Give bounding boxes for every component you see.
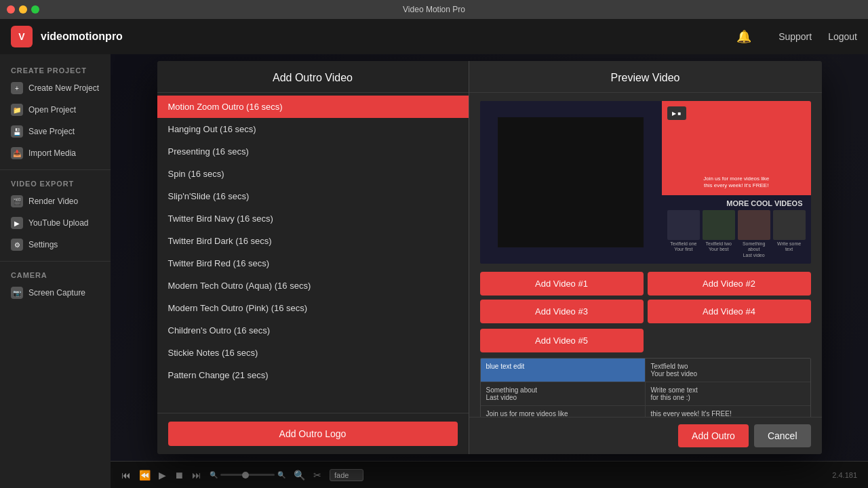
zoom-out-icon[interactable]: 🔍 <box>210 471 218 479</box>
sidebar-item-import-media[interactable]: 📥 Import Media <box>0 142 111 164</box>
render-video-icon: 🎬 <box>11 195 23 207</box>
outro-list-item[interactable]: Modern Tech Outro (Pink) (16 secs) <box>157 297 469 319</box>
sidebar-item-save-project[interactable]: 💾 Save Project <box>0 121 111 142</box>
fields-grid: blue text edit Textfield twoYour best vi… <box>480 358 811 417</box>
sidebar-section-create: CREATE PROJECT <box>0 62 111 77</box>
fields-table: blue text edit Textfield twoYour best vi… <box>469 358 822 417</box>
maximize-button[interactable] <box>31 5 39 14</box>
save-project-icon: 💾 <box>11 125 23 138</box>
outro-list-item[interactable]: Twitter Bird Red (16 secs) <box>157 252 469 274</box>
logout-link[interactable]: Logout <box>828 31 857 42</box>
outro-list-item[interactable]: Modern Tech Outro (Aqua) (16 secs) <box>157 274 469 297</box>
sidebar-item-open-project[interactable]: 📁 Open Project <box>0 99 111 121</box>
play-back-icon[interactable]: ⏪ <box>139 470 151 481</box>
title-bar: Video Motion Pro <box>0 0 868 19</box>
thumb-label-3: Something aboutLast video <box>738 241 770 258</box>
outro-list-item[interactable]: Twitter Bird Dark (16 secs) <box>157 230 469 252</box>
dialog-right-panel: Preview Video ▶ ■ Join us for <box>469 61 822 454</box>
create-project-icon: + <box>11 82 23 94</box>
outro-list-item[interactable]: Motion Zoom Outro (16 secs) <box>157 96 469 118</box>
minimize-button[interactable] <box>19 5 27 14</box>
zoom-slider[interactable] <box>220 474 275 476</box>
close-button[interactable] <box>7 5 15 14</box>
field-cell-2b: Write some textfor this one :) <box>646 382 810 406</box>
preview-thumb-2: Textfield twoYour best <box>703 210 735 258</box>
field-cell-2a: Something aboutLast video <box>481 382 646 406</box>
more-cool-videos-title: MORE COOL VIDEOS <box>667 199 806 207</box>
play-icon[interactable]: ▶ <box>159 470 166 481</box>
search-icon[interactable]: 🔍 <box>294 470 305 481</box>
preview-play-icon: ▶ ■ <box>667 106 686 120</box>
outro-list-item[interactable]: Twitter Bird Navy (16 secs) <box>157 207 469 230</box>
preview-subscribe-text: Join us for more videos likethis every w… <box>667 176 806 190</box>
version-label: 2.4.181 <box>832 471 857 479</box>
outro-list-item[interactable]: Hanging Out (16 secs) <box>157 118 469 140</box>
stop-icon[interactable]: ⏹ <box>174 470 184 481</box>
sidebar-item-screen-capture[interactable]: 📷 Screen Capture <box>0 282 111 304</box>
outro-list-item[interactable]: Children's Outro (16 secs) <box>157 319 469 342</box>
preview-thumb-1: Textfield oneYour first <box>667 210 700 258</box>
add-video-5-button[interactable]: Add Video #5 <box>480 329 644 352</box>
notification-bell-icon[interactable]: 🔔 <box>736 29 751 44</box>
thumb-image-2 <box>703 210 735 240</box>
support-link[interactable]: Support <box>778 31 812 42</box>
import-media-icon: 📥 <box>11 147 23 159</box>
preview-main-video-placeholder <box>498 117 644 247</box>
outro-list-item[interactable]: Spin (16 secs) <box>157 163 469 185</box>
field-cell-1a[interactable]: blue text edit <box>481 359 646 382</box>
app-logo: V <box>11 26 33 47</box>
add-outro-dialog: Add Outro Video Motion Zoom Outro (16 se… <box>157 61 822 454</box>
sidebar-section-export: VIDEO EXPORT <box>0 176 111 190</box>
window-title: Video Motion Pro <box>403 5 465 14</box>
outro-list-item[interactable]: Presenting (16 secs) <box>157 140 469 163</box>
add-video-2-button[interactable]: Add Video #2 <box>648 272 811 296</box>
add-video-1-button[interactable]: Add Video #1 <box>480 272 644 296</box>
timeline-bar: ⏮ ⏪ ▶ ⏹ ⏭ 🔍 🔍 🔍 ✂ 2.4.181 <box>111 461 868 488</box>
cut-icon[interactable]: ✂ <box>313 470 321 481</box>
sidebar-item-label: Create New Project <box>28 83 99 93</box>
zoom-in-icon[interactable]: 🔍 <box>277 471 285 479</box>
youtube-icon: ▶ <box>11 217 23 229</box>
content-area: Add Outro Video Motion Zoom Outro (16 se… <box>111 54 868 488</box>
dialog-left-footer: Add Outro Logo <box>157 413 469 454</box>
outro-list-item[interactable]: Slip'n'Slide (16 secs) <box>157 185 469 207</box>
thumb-image-3 <box>738 210 770 240</box>
dialog-right-footer: Add Outro Cancel <box>469 417 822 454</box>
dialog-left-panel: Add Outro Video Motion Zoom Outro (16 se… <box>157 61 469 454</box>
sidebar-item-label: Import Media <box>28 148 76 158</box>
add-video-4-button[interactable]: Add Video #4 <box>648 300 811 323</box>
sidebar-item-settings[interactable]: ⚙ Settings <box>0 234 111 256</box>
outro-list-item[interactable]: Pattern Change (21 secs) <box>157 364 469 386</box>
outro-list-item[interactable]: Stickie Notes (16 secs) <box>157 342 469 364</box>
add-video-grid: Add Video #1 Add Video #2 Add Video #3 A… <box>469 272 822 329</box>
sidebar-item-label: Settings <box>28 240 58 249</box>
nav-bar: V videomotionpro 🔔 Support Logout <box>0 19 868 54</box>
open-project-icon: 📁 <box>11 104 23 116</box>
sidebar-item-create-new-project[interactable]: + Create New Project <box>0 77 111 99</box>
outro-list[interactable]: Motion Zoom Outro (16 secs) Hanging Out … <box>157 93 469 413</box>
dialog-left-title: Add Outro Video <box>157 61 469 93</box>
logo-letter: V <box>18 31 24 42</box>
add-outro-logo-button[interactable]: Add Outro Logo <box>168 422 458 446</box>
sidebar-item-label: Screen Capture <box>28 288 85 298</box>
sidebar-item-label: YouTube Upload <box>28 218 89 228</box>
preview-video-container: ▶ ■ Join us for more videos likethis eve… <box>480 101 811 264</box>
sidebar-item-render-video[interactable]: 🎬 Render Video <box>0 190 111 212</box>
add-video-3-button[interactable]: Add Video #3 <box>480 300 644 323</box>
rewind-icon[interactable]: ⏮ <box>121 470 131 481</box>
settings-icon: ⚙ <box>11 239 23 251</box>
field-cell-3a: Join us for more videos like <box>481 406 646 417</box>
fast-forward-icon[interactable]: ⏭ <box>192 470 201 481</box>
add-outro-button[interactable]: Add Outro <box>678 424 749 447</box>
zoom-slider-thumb <box>242 472 249 479</box>
add-video-5-row: Add Video #5 <box>469 329 822 358</box>
dialog-overlay: Add Outro Video Motion Zoom Outro (16 se… <box>111 54 868 461</box>
sidebar-divider <box>0 169 111 170</box>
sidebar-item-label: Render Video <box>28 197 78 206</box>
cancel-button[interactable]: Cancel <box>754 424 811 447</box>
thumb-label-4: Write sometext <box>777 241 801 253</box>
fade-input[interactable] <box>330 469 363 481</box>
sidebar-divider-2 <box>0 261 111 262</box>
sidebar-item-youtube-upload[interactable]: ▶ YouTube Upload <box>0 212 111 234</box>
screen-capture-icon: 📷 <box>11 287 23 299</box>
